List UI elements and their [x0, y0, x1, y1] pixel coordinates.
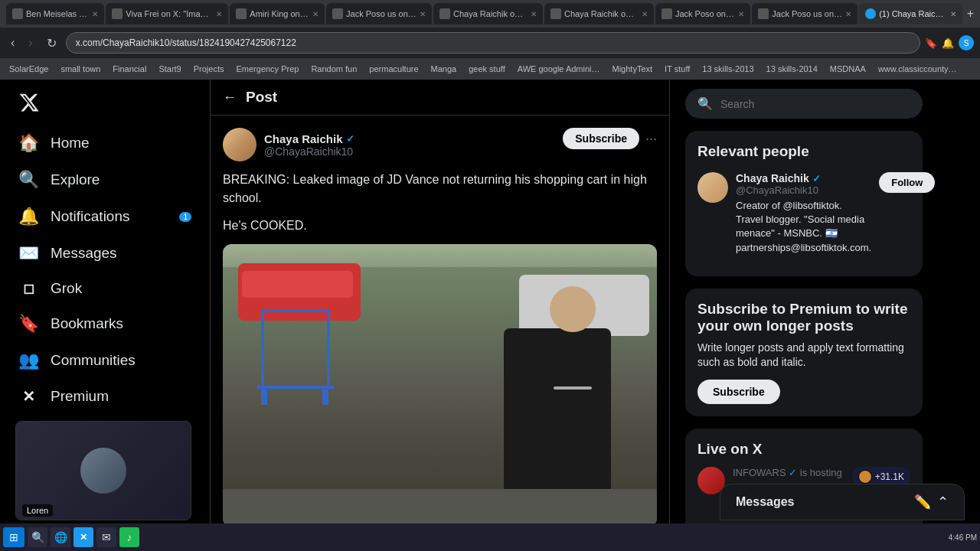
address-bar[interactable]: x.com/ChayaRaichik10/status/182419042742…: [66, 32, 920, 54]
live-host-1: INFOWARS ✓ is hosting: [733, 467, 844, 478]
author-avatar[interactable]: [223, 128, 256, 161]
taskbar-search-button[interactable]: 🔍: [28, 527, 47, 547]
extension-icon-3[interactable]: S: [959, 35, 974, 51]
bookmark-13skills-2013[interactable]: 13 skills-2013: [699, 63, 756, 75]
search-bar[interactable]: 🔍: [685, 89, 923, 119]
browser-chrome: Ben Meiselas us…✕ Viva Frei on X: "Imagi…: [0, 0, 980, 80]
relevant-person-item: Chaya Raichik ✓ @ChayaRaichik10 Creator …: [697, 172, 910, 255]
tweet-image[interactable]: [223, 244, 657, 527]
relevant-people-title: Relevant people: [697, 143, 910, 160]
nav-grok[interactable]: ◻ Grok: [9, 272, 201, 305]
author-info: Chaya Raichik ✓ @ChayaRaichik10: [264, 132, 354, 158]
x-logo[interactable]: [9, 86, 201, 122]
tab-title-6: Chaya Raichik on X…: [564, 9, 639, 18]
nav-messages[interactable]: ✉️ Messages: [9, 236, 201, 271]
taskbar-mail-icon[interactable]: ✉: [96, 527, 116, 547]
communities-icon: 👥: [18, 350, 38, 370]
tweet-header: Chaya Raichik ✓ @ChayaRaichik10 Subscrib…: [223, 128, 657, 161]
toolbar: ‹ › ↻ x.com/ChayaRaichik10/status/182419…: [0, 28, 980, 58]
person-avatar[interactable]: [697, 172, 728, 203]
bookmark-random[interactable]: Random fun: [308, 63, 360, 75]
bookmark-start9[interactable]: Start9: [155, 63, 184, 75]
grok-icon: ◻: [18, 280, 38, 297]
tab-6[interactable]: Chaya Raichik on X…✕: [544, 3, 654, 24]
messages-widget[interactable]: Messages ✏️ ⌃: [720, 484, 965, 520]
tweet-more-button[interactable]: ···: [645, 131, 657, 147]
bookmark-geek[interactable]: geek stuff: [466, 63, 508, 75]
bookmarks-icon: 🔖: [18, 314, 38, 334]
bookmark-13skills-2014[interactable]: 13 skills-2014: [763, 63, 821, 75]
notifications-icon: 🔔: [18, 207, 38, 227]
nav-explore[interactable]: 🔍 Explore: [9, 162, 201, 197]
bookmark-mightytext[interactable]: MightyText: [609, 63, 656, 75]
author-verified-badge: ✓: [346, 133, 354, 145]
bookmark-manga[interactable]: Manga: [428, 63, 460, 75]
tweet-actions-header: Subscribe ···: [563, 128, 657, 149]
tab-3[interactable]: Amiri King on X…✕: [230, 3, 325, 24]
tab-title-3: Amiri King on X…: [250, 9, 309, 18]
subscribe-widget-button[interactable]: Subscribe: [697, 380, 780, 404]
bookmark-msdnaa[interactable]: MSDNAA: [827, 63, 869, 75]
bookmark-solaredge[interactable]: SolarEdge: [6, 63, 51, 75]
taskbar-browser-icon[interactable]: 🌐: [51, 527, 70, 547]
messages-compose-icon[interactable]: ✏️: [914, 494, 931, 510]
messages-icon: ✉️: [18, 243, 38, 263]
messages-widget-title: Messages: [736, 495, 795, 509]
tab-7[interactable]: Jack Poso on X…✕: [655, 3, 750, 24]
new-tab-button[interactable]: +: [967, 7, 974, 21]
bookmark-awe[interactable]: AWE google Admini…: [514, 63, 603, 75]
bookmark-projects[interactable]: Projects: [191, 63, 227, 75]
subscribe-button[interactable]: Subscribe: [563, 128, 639, 149]
live-on-x-title: Live on X: [697, 441, 910, 458]
person-handle: @ChayaRaichik10: [736, 184, 871, 196]
tweet-text-2: He's COOKED.: [223, 217, 657, 235]
tab-8[interactable]: Jack Poso us on X…✕: [752, 3, 858, 24]
relevant-people-widget: Relevant people Chaya Raichik ✓ @ChayaRa…: [685, 131, 923, 276]
extension-icon-2[interactable]: 🔔: [942, 37, 954, 49]
taskbar-x-icon[interactable]: ✕: [74, 527, 93, 547]
live-host-name-1: INFOWARS: [733, 467, 786, 478]
subscribe-widget-desc: Write longer posts and apply text format…: [697, 341, 910, 370]
tab-favicon-3: [236, 8, 247, 19]
messages-expand-icon[interactable]: ⌃: [937, 494, 949, 510]
nav-premium-label: Premium: [51, 388, 109, 405]
tab-5[interactable]: Chaya Raichik on X…✕: [433, 3, 543, 24]
author-display-name: Chaya Raichik: [264, 132, 343, 145]
bookmark-permaculture[interactable]: permaculture: [366, 63, 421, 75]
subscribe-widget-title: Subscribe to Premium to write your own l…: [697, 301, 910, 334]
bookmark-financial[interactable]: Financial: [109, 63, 149, 75]
tab-title-2: Viva Frei on X: "Imagine…": [126, 9, 213, 18]
post-page-title: Post: [246, 89, 277, 106]
tab-9-active[interactable]: (1) Chaya Raichik…✕: [859, 3, 962, 24]
nav-notifications[interactable]: 🔔 Notifications 1: [9, 199, 201, 234]
search-input[interactable]: [720, 98, 910, 110]
back-button[interactable]: ‹: [6, 33, 19, 53]
nav-bookmarks-label: Bookmarks: [51, 315, 123, 332]
extension-icon-1[interactable]: 🔖: [925, 37, 937, 49]
follow-button[interactable]: Follow: [879, 172, 935, 193]
live-count-avatar-1: [858, 470, 872, 484]
bookmark-classic[interactable]: www.classiccounty…: [875, 63, 960, 75]
bookmark-it[interactable]: IT stuff: [662, 63, 693, 75]
bookmark-small-town[interactable]: small town: [57, 63, 103, 75]
taskbar-start-button[interactable]: ⊞: [3, 527, 24, 547]
video-name-label: Loren: [22, 504, 53, 517]
back-navigation-button[interactable]: ←: [223, 90, 237, 106]
tab-1[interactable]: Ben Meiselas us…✕: [6, 3, 104, 24]
forward-button[interactable]: ›: [24, 33, 37, 53]
tab-4[interactable]: Jack Poso us on X…✕: [326, 3, 432, 24]
home-icon: 🏠: [18, 133, 38, 153]
tab-2[interactable]: Viva Frei on X: "Imagine…"✕: [106, 3, 228, 24]
nav-home[interactable]: 🏠 Home: [9, 126, 201, 161]
live-host-badge-1: ✓: [789, 467, 797, 478]
nav-home-label: Home: [51, 135, 90, 152]
bookmark-emergency[interactable]: Emergency Prep: [233, 63, 302, 75]
notifications-badge: 1: [179, 212, 191, 222]
nav-premium[interactable]: ✕ Premium: [9, 380, 201, 413]
nav-communities-label: Communities: [51, 352, 136, 369]
tab-title-7: Jack Poso on X…: [675, 9, 735, 18]
nav-communities[interactable]: 👥 Communities: [9, 343, 201, 378]
taskbar-music-icon[interactable]: ♪: [119, 527, 139, 547]
refresh-button[interactable]: ↻: [42, 33, 61, 54]
nav-bookmarks[interactable]: 🔖 Bookmarks: [9, 306, 201, 341]
